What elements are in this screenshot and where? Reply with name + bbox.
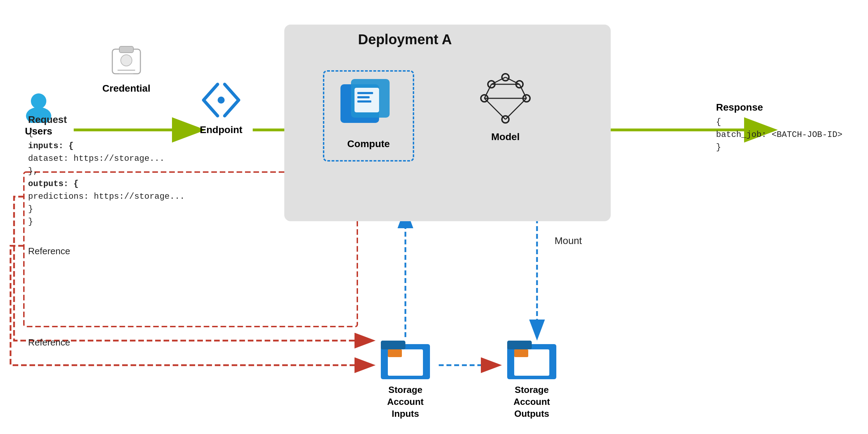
svg-point-13 bbox=[34, 94, 44, 104]
request-line1: Request bbox=[28, 112, 185, 127]
endpoint-label: Endpoint bbox=[190, 124, 253, 136]
reference-label-1: Reference bbox=[28, 246, 70, 257]
diagram-container: Users Credential Endpoint Deplo bbox=[0, 0, 868, 434]
request-line6: outputs: { bbox=[28, 178, 185, 190]
request-code-block: Request { inputs: { dataset: https://sto… bbox=[28, 112, 185, 228]
credential-area: Credential bbox=[95, 42, 158, 94]
svg-rect-16 bbox=[119, 46, 133, 53]
svg-rect-42 bbox=[381, 341, 405, 349]
response-line3: } bbox=[716, 141, 842, 154]
model-label: Model bbox=[470, 131, 541, 143]
svg-rect-46 bbox=[507, 341, 532, 349]
credential-label: Credential bbox=[95, 83, 158, 94]
request-line4: dataset: https://storage... bbox=[28, 152, 185, 165]
reference-label-2: Reference bbox=[28, 337, 70, 348]
svg-rect-25 bbox=[357, 96, 370, 98]
request-line9: } bbox=[28, 216, 185, 228]
svg-rect-24 bbox=[357, 92, 373, 94]
svg-point-17 bbox=[121, 55, 132, 66]
svg-line-38 bbox=[505, 98, 526, 119]
request-line3: inputs: { bbox=[28, 140, 185, 152]
request-line7: predictions: https://storage... bbox=[28, 190, 185, 203]
response-code-block: { batch_job: <BATCH-JOB-ID> } bbox=[716, 116, 842, 154]
compute-area: Compute bbox=[326, 74, 411, 150]
response-line2: batch_job: <BATCH-JOB-ID> bbox=[716, 129, 842, 141]
request-line2: { bbox=[28, 127, 185, 140]
compute-label: Compute bbox=[326, 138, 411, 150]
endpoint-area: Endpoint bbox=[190, 77, 253, 136]
svg-line-37 bbox=[484, 98, 505, 119]
svg-rect-23 bbox=[355, 88, 379, 112]
svg-rect-26 bbox=[357, 100, 371, 103]
storage-outputs-area: Storage AccountOutputs bbox=[498, 337, 565, 420]
response-line1: { bbox=[716, 116, 842, 129]
storage-outputs-label: Storage AccountOutputs bbox=[498, 384, 565, 420]
storage-inputs-label: Storage AccountInputs bbox=[372, 384, 439, 420]
request-line8: } bbox=[28, 203, 185, 216]
model-area: Model bbox=[470, 67, 541, 143]
deployment-title: Deployment A bbox=[358, 32, 452, 47]
svg-point-20 bbox=[218, 97, 225, 104]
response-title: Response bbox=[716, 102, 763, 113]
svg-rect-48 bbox=[514, 349, 528, 357]
svg-rect-44 bbox=[388, 349, 402, 357]
request-line5: }, bbox=[28, 165, 185, 178]
storage-inputs-area: Storage AccountInputs bbox=[372, 337, 439, 420]
mount-label: Mount bbox=[555, 235, 582, 246]
